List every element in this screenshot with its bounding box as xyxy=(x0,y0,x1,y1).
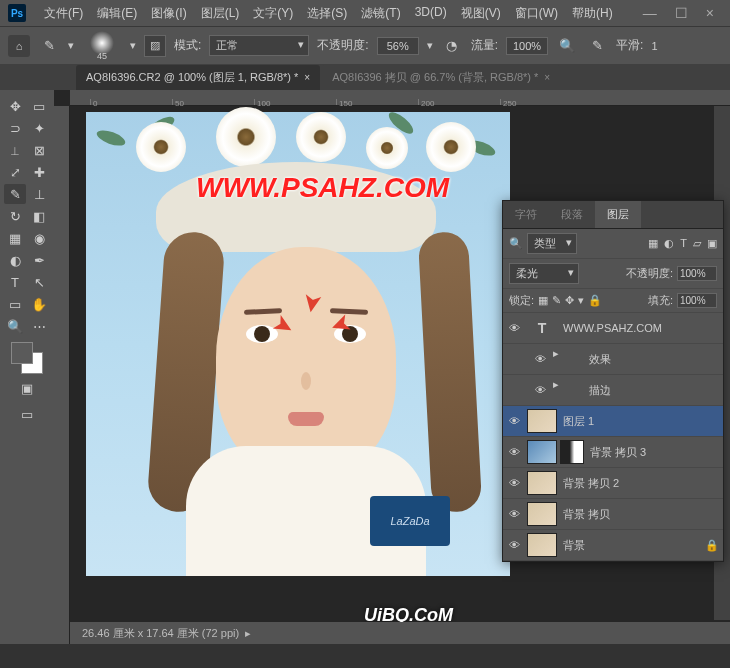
stamp-tool[interactable]: ⊥ xyxy=(28,184,50,204)
crop-tool[interactable]: ⟂ xyxy=(4,140,26,160)
visibility-icon[interactable]: 👁 xyxy=(507,414,521,428)
brush-tool[interactable]: ✎ xyxy=(4,184,26,204)
ruler-vertical[interactable] xyxy=(54,106,70,644)
maximize-button[interactable]: ☐ xyxy=(675,5,688,21)
close-tab-icon[interactable]: × xyxy=(304,72,310,83)
panel-tab[interactable]: 图层 xyxy=(595,201,641,228)
document-tab[interactable]: AQ8I6396 拷贝 @ 66.7% (背景, RGB/8*) *× xyxy=(322,65,560,90)
path-tool[interactable]: ↖ xyxy=(28,272,50,292)
menu-item[interactable]: 图层(L) xyxy=(195,2,246,25)
chevron-down-icon[interactable]: ▾ xyxy=(68,39,74,52)
gradient-tool[interactable]: ▦ xyxy=(4,228,26,248)
ruler-horizontal[interactable]: 050100150200250 xyxy=(70,90,730,106)
layer-row[interactable]: 👁背景 拷贝 3 xyxy=(503,437,723,468)
blur-tool[interactable]: ◉ xyxy=(28,228,50,248)
menu-item[interactable]: 3D(D) xyxy=(409,2,453,25)
search-icon[interactable]: 🔍 xyxy=(509,237,523,250)
menu-item[interactable]: 帮助(H) xyxy=(566,2,619,25)
home-icon[interactable]: ⌂ xyxy=(8,35,30,57)
lock-position-icon[interactable]: ✎ xyxy=(552,294,561,307)
pressure-size-icon[interactable]: ✎ xyxy=(586,36,608,56)
chevron-right-icon[interactable]: ▸ xyxy=(245,627,251,640)
blend-mode-dropdown[interactable]: 正常 xyxy=(209,35,309,56)
shape-tool[interactable]: ▭ xyxy=(4,294,26,314)
flow-input[interactable] xyxy=(506,37,548,55)
menu-item[interactable]: 窗口(W) xyxy=(509,2,564,25)
menu-item[interactable]: 视图(V) xyxy=(455,2,507,25)
lock-nest-icon[interactable]: ▾ xyxy=(578,294,584,307)
airbrush-icon[interactable]: 🔍 xyxy=(556,36,578,56)
menu-item[interactable]: 文件(F) xyxy=(38,2,89,25)
fg-color-swatch[interactable] xyxy=(11,342,33,364)
layer-name[interactable]: WWW.PSAHZ.COM xyxy=(563,322,719,334)
filter-adjust-icon[interactable]: ◐ xyxy=(664,237,674,250)
pen-tool[interactable]: ✒ xyxy=(28,250,50,270)
menu-item[interactable]: 滤镜(T) xyxy=(355,2,406,25)
frame-tool[interactable]: ⊠ xyxy=(28,140,50,160)
lock-pixels-icon[interactable]: ▦ xyxy=(538,294,548,307)
close-button[interactable]: × xyxy=(706,5,714,21)
layer-name[interactable]: 背景 拷贝 3 xyxy=(590,445,719,460)
layer-name[interactable]: 图层 1 xyxy=(563,414,719,429)
layer-mask[interactable] xyxy=(560,440,584,464)
layer-name[interactable]: 描边 xyxy=(589,383,719,398)
minimize-button[interactable]: — xyxy=(643,5,657,21)
fill-input[interactable] xyxy=(677,293,717,308)
layer-row[interactable]: 👁TWWW.PSAHZ.COM xyxy=(503,313,723,344)
lock-artboard-icon[interactable]: ✥ xyxy=(565,294,574,307)
visibility-icon[interactable]: 👁 xyxy=(507,476,521,490)
zoom-tool[interactable]: 🔍 xyxy=(4,316,26,336)
screenmode-icon[interactable]: ▭ xyxy=(16,404,38,424)
hand-tool[interactable]: ✋ xyxy=(28,294,50,314)
heal-tool[interactable]: ✚ xyxy=(28,162,50,182)
brush-preview[interactable]: 45 xyxy=(82,31,122,61)
panel-tab[interactable]: 字符 xyxy=(503,201,549,228)
panel-tab[interactable]: 段落 xyxy=(549,201,595,228)
dodge-tool[interactable]: ◐ xyxy=(4,250,26,270)
filter-smart-icon[interactable]: ▣ xyxy=(707,237,717,250)
filter-type-dropdown[interactable]: 类型 xyxy=(527,233,577,254)
menu-item[interactable]: 图像(I) xyxy=(145,2,192,25)
layer-name[interactable]: 效果 xyxy=(589,352,719,367)
filter-shape-icon[interactable]: ▱ xyxy=(693,237,701,250)
quick-select-tool[interactable]: ✦ xyxy=(28,118,50,138)
opacity-input[interactable] xyxy=(377,37,419,55)
layer-row[interactable]: 👁▸效果 xyxy=(503,344,723,375)
pressure-opacity-icon[interactable]: ◔ xyxy=(441,36,463,56)
layer-row[interactable]: 👁背景 拷贝 xyxy=(503,499,723,530)
layer-name[interactable]: 背景 拷贝 xyxy=(563,507,719,522)
close-tab-icon[interactable]: × xyxy=(544,72,550,83)
layer-row[interactable]: 👁背景 拷贝 2 xyxy=(503,468,723,499)
layer-row[interactable]: 👁▸描边 xyxy=(503,375,723,406)
filter-pixel-icon[interactable]: ▦ xyxy=(648,237,658,250)
move-tool[interactable]: ✥ xyxy=(4,96,26,116)
menu-item[interactable]: 文字(Y) xyxy=(247,2,299,25)
visibility-icon[interactable]: 👁 xyxy=(533,352,547,366)
eyedropper-tool[interactable]: ⤢ xyxy=(4,162,26,182)
lock-all-icon[interactable]: 🔒 xyxy=(588,294,602,307)
tool-preset-icon[interactable]: ✎ xyxy=(38,36,60,56)
lasso-tool[interactable]: ⊃ xyxy=(4,118,26,138)
menu-item[interactable]: 编辑(E) xyxy=(91,2,143,25)
edit-toolbar[interactable]: ⋯ xyxy=(28,316,50,336)
layer-name[interactable]: 背景 xyxy=(563,538,699,553)
menu-item[interactable]: 选择(S) xyxy=(301,2,353,25)
type-tool[interactable]: T xyxy=(4,272,26,292)
document-tab[interactable]: AQ8I6396.CR2 @ 100% (图层 1, RGB/8*) *× xyxy=(76,65,320,90)
layer-row[interactable]: 👁背景🔒 xyxy=(503,530,723,561)
document-canvas[interactable]: LaZaDa ➤ ➤ ➤ WWW.PSAHZ.COM xyxy=(86,112,510,576)
visibility-icon[interactable]: 👁 xyxy=(507,445,521,459)
quickmask-icon[interactable]: ▣ xyxy=(16,378,38,398)
layer-row[interactable]: 👁图层 1 xyxy=(503,406,723,437)
visibility-icon[interactable]: 👁 xyxy=(507,507,521,521)
visibility-icon[interactable]: 👁 xyxy=(507,321,521,335)
brush-panel-icon[interactable]: ▨ xyxy=(144,35,166,57)
eraser-tool[interactable]: ◧ xyxy=(28,206,50,226)
chevron-down-icon[interactable]: ▾ xyxy=(130,39,136,52)
filter-type-icon[interactable]: T xyxy=(680,237,687,250)
history-brush-tool[interactable]: ↻ xyxy=(4,206,26,226)
marquee-tool[interactable]: ▭ xyxy=(28,96,50,116)
layer-blend-dropdown[interactable]: 柔光 xyxy=(509,263,579,284)
fg-bg-swatch[interactable] xyxy=(11,342,43,374)
layer-name[interactable]: 背景 拷贝 2 xyxy=(563,476,719,491)
